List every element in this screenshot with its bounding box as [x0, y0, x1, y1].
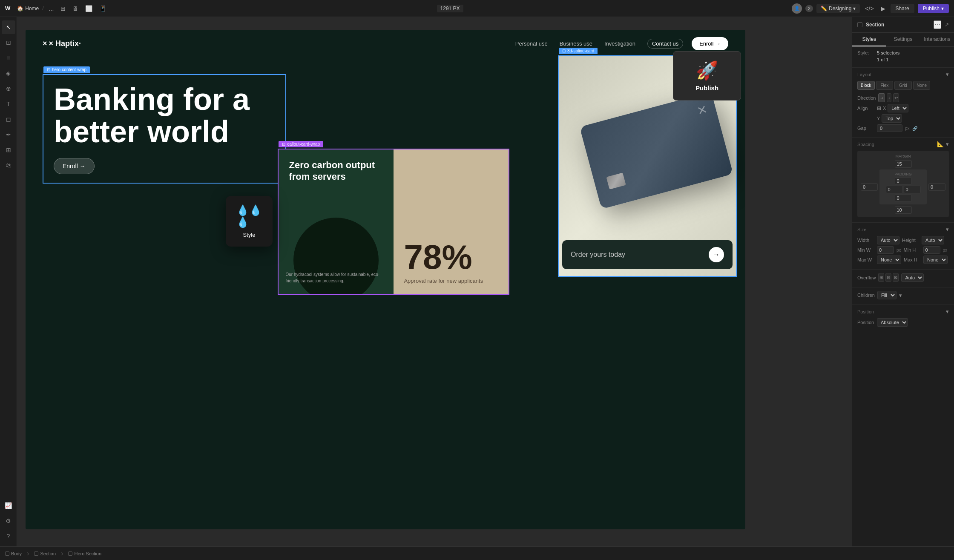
children-select[interactable]: Fill — [877, 291, 897, 299]
bottom-section[interactable]: Section — [34, 551, 56, 556]
sidebar-settings[interactable]: ⚙ — [2, 514, 15, 528]
overflow-select[interactable]: Auto — [901, 273, 924, 282]
tab-interactions[interactable]: Interactions — [920, 33, 954, 46]
preview-button[interactable]: ▶ — [879, 3, 887, 14]
margin-left-input[interactable] — [861, 183, 878, 191]
publish-button[interactable]: Publish ▾ — [918, 4, 949, 13]
style-popup-label: Style — [243, 232, 256, 238]
padding-right-input[interactable] — [904, 186, 921, 193]
spline-card-label: ⊡ 3d-spline-card — [559, 48, 598, 54]
approval-label: Approval rate for new applicants — [404, 278, 498, 284]
mobile-view-button[interactable]: 📱 — [98, 3, 108, 14]
canvas-mode-button[interactable]: ⊞ — [59, 3, 67, 14]
approval-percentage: 78% — [404, 240, 498, 274]
max-h-select[interactable]: None — [923, 256, 948, 264]
children-section: Children Fill ▾ — [852, 287, 954, 305]
order-card-button[interactable]: → — [709, 247, 724, 262]
sidebar-assets[interactable]: ◈ — [2, 66, 15, 80]
canvas-area[interactable]: × × Haptix· Personal use Business use In… — [17, 17, 852, 546]
sidebar-help[interactable]: ? — [2, 529, 15, 543]
tab-settings[interactable]: Settings — [886, 33, 920, 46]
right-panel-toggle[interactable]: ↗ — [945, 22, 949, 28]
gap-input[interactable] — [877, 124, 902, 132]
spacing-section-title: Spacing — [857, 142, 874, 147]
position-select[interactable]: Absolute — [877, 318, 908, 327]
overflow-label: Overflow — [857, 275, 876, 280]
sidebar-shapes[interactable]: ◻ — [2, 112, 15, 126]
height-select[interactable]: Auto — [922, 236, 944, 244]
hero-enroll-button[interactable]: Enroll → — [54, 158, 95, 174]
max-w-select[interactable]: None — [877, 256, 901, 264]
position-expand[interactable]: ▾ — [946, 308, 949, 315]
size-expand[interactable]: ▾ — [946, 226, 949, 233]
min-h-input[interactable] — [923, 246, 940, 254]
display-block-btn[interactable]: Block — [857, 81, 875, 90]
margin-right-input[interactable] — [928, 183, 945, 191]
hero-section-checkbox[interactable] — [68, 551, 72, 556]
designing-mode-button[interactable]: ✏️ Designing ▾ — [816, 4, 860, 13]
sidebar-activity[interactable]: 📈 — [2, 499, 15, 512]
tablet-view-button[interactable]: ⬜ — [83, 3, 94, 14]
position-label: Position — [857, 320, 874, 325]
section-checkbox-bottom[interactable] — [34, 551, 38, 556]
direction-wrap-btn[interactable]: ↩ — [893, 93, 899, 102]
nav-business-use[interactable]: Business use — [560, 40, 592, 47]
display-flex-btn[interactable]: Flex — [876, 81, 894, 90]
y-align-select[interactable]: Top — [882, 114, 902, 123]
nav-personal-use[interactable]: Personal use — [515, 40, 548, 47]
nav-investigation[interactable]: Investigation — [604, 40, 635, 47]
tab-styles[interactable]: Styles — [852, 33, 886, 46]
size-section: Size ▾ Width Auto Height Auto Min W px M… — [852, 223, 954, 270]
spacing-expand[interactable]: ▾ — [946, 141, 949, 147]
layout-expand[interactable]: ▾ — [946, 71, 949, 78]
bottom-hero-section[interactable]: Hero Section — [68, 551, 101, 556]
padding-bottom-input[interactable] — [895, 194, 912, 202]
sidebar-cms[interactable]: ⊞ — [2, 143, 15, 157]
x-align-label: X — [883, 106, 886, 111]
layout-section-title: Layout — [857, 72, 871, 77]
site-nav: × × Haptix· Personal use Business use In… — [26, 30, 745, 57]
display-grid-btn[interactable]: Grid — [894, 81, 912, 90]
sidebar-select-tool[interactable]: ↖ — [2, 20, 15, 34]
sidebar-components[interactable]: ⊕ — [2, 82, 15, 95]
spacing-icon-btn[interactable]: 📐 — [937, 141, 944, 147]
min-w-input[interactable] — [877, 246, 894, 254]
padding-left-input[interactable] — [886, 186, 903, 193]
overflow-btn-2[interactable]: ⊟ — [885, 273, 891, 282]
children-expand[interactable]: ▾ — [899, 292, 902, 299]
x-align-select[interactable]: Left — [888, 104, 908, 112]
display-none-btn[interactable]: None — [913, 81, 931, 90]
width-select[interactable]: Auto — [877, 236, 899, 244]
sidebar-ecommerce[interactable]: 🛍 — [2, 158, 15, 172]
body-checkbox[interactable] — [5, 551, 9, 556]
more-button[interactable]: ... — [47, 3, 56, 14]
publish-popup-icon: 🚀 — [696, 60, 718, 81]
direction-down-btn[interactable]: ↓ — [887, 93, 891, 102]
margin-bottom-input[interactable] — [895, 206, 912, 214]
desktop-view-button[interactable]: 🖥 — [71, 3, 80, 14]
overflow-btn-1[interactable]: ⊞ — [878, 273, 884, 282]
code-view-button[interactable]: </> — [863, 3, 875, 14]
sidebar-layers[interactable]: ≡ — [2, 51, 15, 65]
topbar: W 🏠 Home / ... ⊞ 🖥 ⬜ 📱 1291 PX 👤 2 ✏️ De… — [0, 0, 954, 17]
margin-top-input[interactable] — [895, 160, 912, 168]
size-section-title: Size — [857, 227, 866, 232]
share-button[interactable]: Share — [891, 4, 914, 13]
right-panel-more[interactable]: ⋯ — [934, 20, 941, 29]
sidebar-text-tool[interactable]: T — [2, 97, 15, 111]
nav-enroll-button[interactable]: Enroll → — [692, 37, 728, 50]
right-panel-header: Section ⋯ ↗ — [852, 17, 954, 33]
nav-contact-us[interactable]: Contact us — [647, 39, 683, 49]
gap-lock-btn[interactable]: 🔗 — [912, 126, 917, 131]
min-h-label: Min H — [904, 247, 921, 253]
overflow-btn-3[interactable]: ⊠ — [893, 273, 899, 282]
right-panel: Section ⋯ ↗ Styles Settings Interactions… — [852, 17, 954, 546]
home-button[interactable]: 🏠 Home — [17, 6, 39, 11]
padding-top-input[interactable] — [895, 177, 912, 185]
bottom-body[interactable]: Body — [5, 551, 22, 556]
gap-label: Gap — [857, 126, 874, 131]
sidebar-pen-tool[interactable]: ✒ — [2, 128, 15, 141]
sidebar-frame-tool[interactable]: ⊡ — [2, 36, 15, 49]
direction-right-btn[interactable]: → — [878, 93, 885, 102]
section-checkbox[interactable] — [857, 22, 862, 27]
